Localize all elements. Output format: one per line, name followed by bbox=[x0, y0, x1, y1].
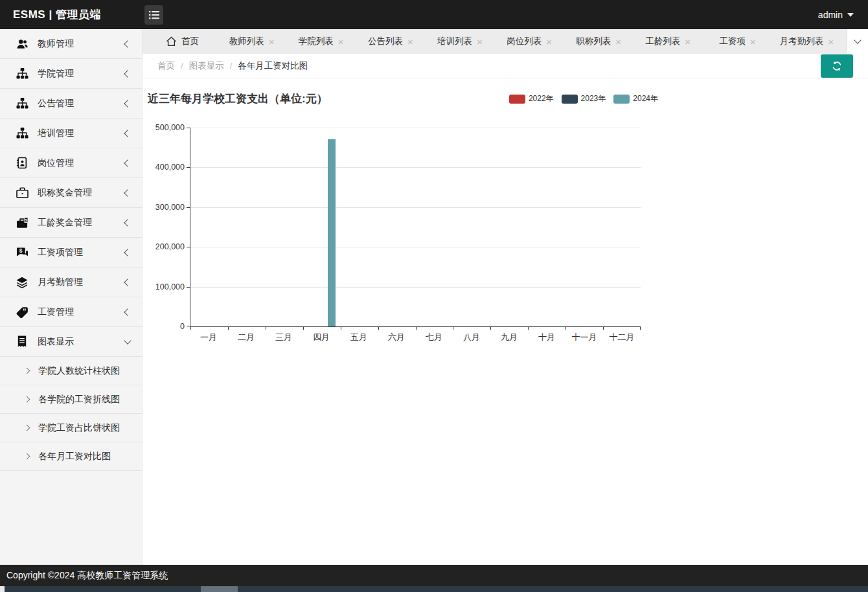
chevron-left-icon bbox=[124, 189, 131, 196]
sidebar-item-8[interactable]: 月考勤管理 bbox=[0, 268, 142, 297]
bar-slot bbox=[403, 128, 411, 326]
bar-slot bbox=[580, 128, 588, 326]
legend-item-2023年[interactable]: 2023年 bbox=[562, 93, 606, 104]
sidebar-subitem-label: 各年月工资对比图 bbox=[38, 451, 111, 462]
svg-text:$: $ bbox=[19, 247, 22, 254]
close-tab-icon[interactable]: × bbox=[546, 37, 552, 47]
chevron-left-icon bbox=[124, 308, 131, 315]
x-axis-label: 十一月 bbox=[565, 332, 603, 343]
close-tab-icon[interactable]: × bbox=[828, 37, 834, 47]
x-axis-tick bbox=[341, 326, 341, 330]
horizontal-scrollbar-thumb[interactable] bbox=[201, 586, 238, 592]
bar-slot bbox=[365, 128, 373, 326]
tab-label: 职称列表 bbox=[576, 36, 611, 47]
legend-item-2024年[interactable]: 2024年 bbox=[613, 93, 658, 104]
sidebar-item-5[interactable]: 职称奖金管理 bbox=[0, 178, 142, 208]
sitemap-icon bbox=[16, 97, 29, 110]
tab-label: 首页 bbox=[181, 36, 199, 47]
caret-down-icon bbox=[847, 13, 854, 17]
x-axis-label: 三月 bbox=[265, 332, 303, 343]
y-axis-tick bbox=[187, 128, 190, 128]
page-content: 近三年每月学校工资支出（单位:元） 2022年2023年2024年 0100,0… bbox=[143, 78, 868, 565]
sidebar-item-7[interactable]: $工资项管理 bbox=[0, 238, 142, 268]
tab-4[interactable]: 岗位列表× bbox=[494, 29, 564, 54]
x-axis-tick bbox=[266, 326, 266, 330]
breadcrumb-item-1[interactable]: 图表显示 bbox=[189, 60, 224, 72]
x-axis-tick bbox=[190, 326, 191, 330]
close-tab-icon[interactable]: × bbox=[338, 37, 344, 47]
legend-label: 2024年 bbox=[633, 93, 658, 104]
bar-slot bbox=[420, 128, 428, 326]
close-tab-icon[interactable]: × bbox=[750, 37, 756, 47]
bar-slot bbox=[533, 128, 541, 326]
x-axis-label: 八月 bbox=[453, 332, 490, 343]
tab-6[interactable]: 工龄列表× bbox=[634, 29, 703, 54]
tab-list-dropdown-button[interactable] bbox=[847, 29, 868, 54]
tab-7[interactable]: 工资项× bbox=[703, 29, 772, 54]
tab-0[interactable]: 教师列表× bbox=[217, 29, 286, 54]
sidebar-item-label: 职称奖金管理 bbox=[38, 187, 125, 199]
username: admin bbox=[818, 10, 843, 20]
layers-icon bbox=[16, 276, 29, 289]
sidebar-subitem-0[interactable]: 学院人数统计柱状图 bbox=[0, 357, 142, 385]
legend-label: 2023年 bbox=[581, 93, 606, 104]
sidebar-subitem-2[interactable]: 学院工资占比饼状图 bbox=[0, 414, 142, 442]
close-tab-icon[interactable]: × bbox=[615, 37, 621, 47]
sidebar-item-4[interactable]: 岗位管理 bbox=[0, 148, 142, 178]
tab-1[interactable]: 学院列表× bbox=[286, 29, 356, 54]
sidebar-subitem-3[interactable]: 各年月工资对比图 bbox=[0, 442, 142, 471]
sidebar-subitem-1[interactable]: 各学院的工资折线图 bbox=[0, 385, 142, 414]
briefcase-icon bbox=[16, 187, 29, 199]
sidebar-item-label: 岗位管理 bbox=[38, 157, 125, 169]
app-brand: ESMS | 管理员端 bbox=[0, 7, 143, 22]
breadcrumb: 首页/图表显示/各年月工资对比图 bbox=[143, 54, 868, 78]
sidebar-item-1[interactable]: 学院管理 bbox=[0, 59, 142, 89]
chevron-left-icon bbox=[124, 219, 131, 226]
chevron-right-icon bbox=[24, 396, 30, 403]
legend-swatch bbox=[562, 95, 578, 104]
sidebar-item-0[interactable]: 教师管理 bbox=[0, 29, 142, 59]
bar-slot bbox=[253, 128, 260, 326]
sidebar-item-10[interactable]: 图表显示 bbox=[0, 327, 142, 357]
x-axis-tick bbox=[303, 326, 304, 330]
category-band-八月 bbox=[453, 128, 490, 326]
sidebar-item-3[interactable]: 培训管理 bbox=[0, 119, 142, 148]
category-band-五月 bbox=[341, 128, 378, 326]
sidebar-item-label: 工资项管理 bbox=[38, 247, 125, 258]
legend-item-2022年[interactable]: 2022年 bbox=[509, 93, 554, 104]
horizontal-scrollbar[interactable] bbox=[0, 586, 868, 592]
svg-text:$: $ bbox=[25, 217, 27, 222]
category-band-十二月 bbox=[603, 128, 641, 326]
bar-slot bbox=[328, 128, 336, 326]
sidebar-item-6[interactable]: $工龄奖金管理 bbox=[0, 208, 142, 238]
tab-8[interactable]: 月考勤列表× bbox=[772, 29, 841, 54]
x-axis-label: 十二月 bbox=[603, 332, 641, 343]
y-axis-label: 100,000 bbox=[139, 282, 185, 291]
bar-slot bbox=[280, 128, 288, 326]
chart-title: 近三年每月学校工资支出（单位:元） bbox=[148, 91, 328, 106]
bar-slot bbox=[505, 128, 513, 326]
close-tab-icon[interactable]: × bbox=[477, 37, 483, 47]
bar-slot bbox=[618, 128, 626, 326]
close-tab-icon[interactable]: × bbox=[407, 37, 413, 47]
tab-home[interactable]: 首页 bbox=[148, 29, 217, 54]
sidebar-item-2[interactable]: 公告管理 bbox=[0, 89, 142, 119]
sidebar-toggle-button[interactable] bbox=[144, 5, 163, 25]
tab-3[interactable]: 培训列表× bbox=[425, 29, 494, 54]
chevron-down-icon bbox=[854, 36, 861, 43]
tab-2[interactable]: 公告列表× bbox=[356, 29, 425, 54]
close-tab-icon[interactable]: × bbox=[269, 37, 275, 47]
chevron-left-icon bbox=[124, 70, 131, 77]
user-menu[interactable]: admin bbox=[818, 10, 868, 20]
close-tab-icon[interactable]: × bbox=[685, 37, 691, 47]
sidebar: 教师管理学院管理公告管理培训管理岗位管理职称奖金管理$工龄奖金管理$工资项管理月… bbox=[0, 29, 143, 565]
bar-slot bbox=[356, 128, 363, 326]
tab-5[interactable]: 职称列表× bbox=[564, 29, 634, 54]
refresh-button[interactable] bbox=[821, 54, 853, 78]
briefcase-dollar-icon: $ bbox=[16, 216, 29, 229]
x-axis-tick bbox=[453, 326, 453, 330]
sidebar-item-9[interactable]: $工资管理 bbox=[0, 297, 142, 327]
bar-slot bbox=[243, 128, 251, 326]
sitemap-icon bbox=[16, 127, 29, 140]
breadcrumb-item-0[interactable]: 首页 bbox=[157, 60, 175, 72]
